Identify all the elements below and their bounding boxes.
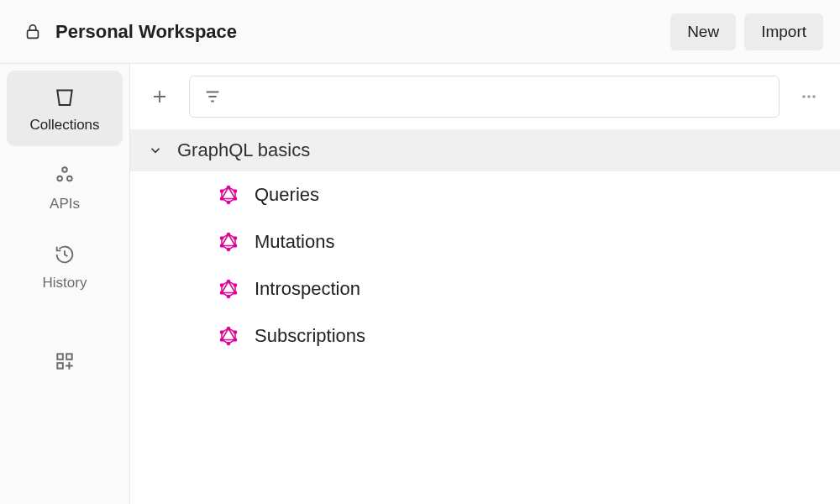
svg-point-15 — [220, 190, 223, 192]
svg-point-28 — [227, 327, 229, 329]
search-input[interactable] — [232, 88, 765, 105]
sidebar-item-more[interactable] — [7, 336, 123, 386]
svg-point-9 — [812, 95, 816, 98]
svg-point-23 — [234, 284, 236, 286]
sidebar-item-collections[interactable]: Collections — [7, 71, 123, 146]
svg-point-22 — [227, 280, 229, 282]
svg-rect-6 — [57, 363, 63, 369]
svg-point-33 — [220, 331, 223, 333]
svg-point-8 — [807, 95, 811, 98]
header-actions: New Import — [670, 13, 823, 50]
svg-point-2 — [57, 176, 62, 181]
collection-item-label: Mutations — [255, 231, 334, 253]
toolbar — [130, 64, 840, 129]
svg-point-24 — [234, 291, 236, 294]
svg-rect-0 — [28, 30, 39, 38]
collection-items: Queries — [130, 171, 840, 360]
svg-point-19 — [227, 248, 229, 250]
import-button[interactable]: Import — [744, 13, 823, 50]
svg-point-1 — [62, 167, 67, 172]
svg-point-13 — [227, 201, 229, 203]
collection-item[interactable]: Queries — [130, 171, 840, 218]
svg-point-29 — [234, 331, 236, 333]
main: GraphQL basics — [130, 64, 840, 504]
collection-item-label: Queries — [255, 184, 319, 206]
svg-point-10 — [227, 186, 229, 188]
collection-header[interactable]: GraphQL basics — [130, 129, 840, 171]
collection-item-label: Subscriptions — [255, 325, 365, 347]
svg-point-21 — [220, 237, 223, 239]
svg-point-3 — [67, 176, 72, 181]
collection-item[interactable]: Mutations — [130, 218, 840, 265]
add-button[interactable] — [142, 79, 177, 114]
svg-point-11 — [234, 190, 236, 192]
svg-point-18 — [234, 244, 236, 247]
collections-icon — [52, 83, 77, 110]
svg-point-17 — [234, 237, 236, 239]
collection-title: GraphQL basics — [177, 139, 310, 161]
search-input-wrapper[interactable] — [189, 76, 780, 118]
svg-point-14 — [220, 197, 223, 200]
new-button[interactable]: New — [670, 13, 736, 50]
svg-point-7 — [802, 95, 806, 98]
graphql-icon — [218, 325, 239, 347]
svg-point-20 — [220, 244, 223, 247]
graphql-icon — [218, 184, 239, 206]
svg-point-12 — [234, 197, 236, 200]
chevron-down-icon — [147, 143, 164, 158]
header: Personal Workspace New Import — [0, 0, 840, 64]
more-grid-icon — [54, 348, 76, 375]
graphql-icon — [218, 278, 239, 300]
plus-icon — [150, 87, 170, 107]
svg-rect-5 — [66, 354, 72, 360]
svg-point-25 — [227, 295, 229, 297]
svg-rect-4 — [57, 354, 63, 360]
more-button[interactable] — [791, 79, 827, 114]
sidebar: Collections APIs — [0, 64, 130, 504]
apis-icon — [53, 162, 76, 189]
filter-icon — [203, 87, 222, 106]
svg-point-27 — [220, 284, 223, 286]
collection-item[interactable]: Subscriptions — [130, 312, 840, 360]
svg-point-16 — [227, 233, 229, 235]
collection-item[interactable]: Introspection — [130, 265, 840, 312]
svg-point-32 — [220, 339, 223, 341]
sidebar-item-label: History — [43, 275, 87, 291]
sidebar-item-label: Collections — [29, 117, 99, 134]
sidebar-item-history[interactable]: History — [7, 228, 123, 304]
sidebar-item-label: APIs — [50, 196, 80, 213]
svg-point-30 — [234, 339, 236, 341]
sidebar-item-apis[interactable]: APIs — [7, 150, 123, 225]
more-horizontal-icon — [799, 87, 819, 107]
svg-point-26 — [220, 291, 223, 294]
lock-icon — [24, 23, 42, 41]
history-icon — [53, 241, 76, 268]
collection-item-label: Introspection — [255, 278, 360, 300]
header-left: Personal Workspace — [24, 21, 237, 43]
svg-point-31 — [227, 342, 229, 344]
workspace-title: Personal Workspace — [55, 21, 237, 43]
graphql-icon — [218, 231, 239, 253]
